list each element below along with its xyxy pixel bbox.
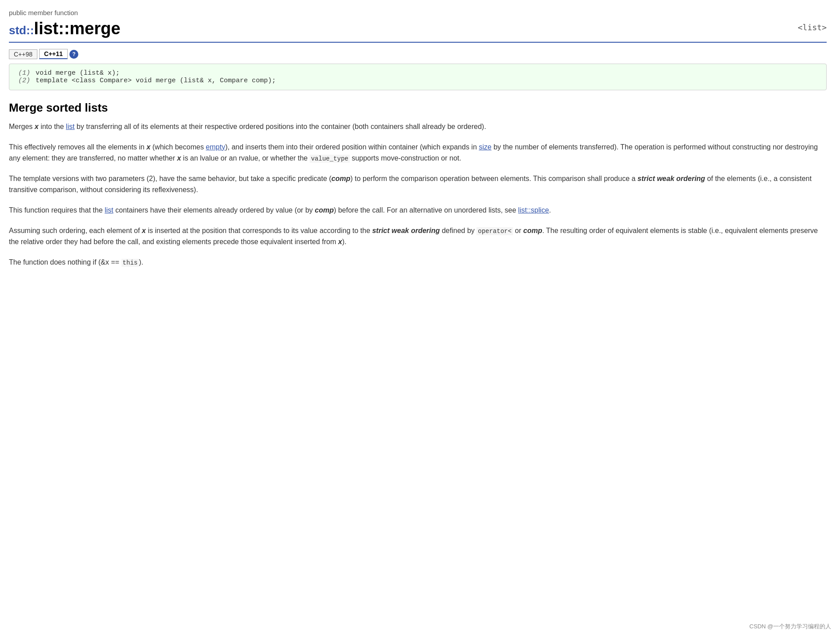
line-num-1: (1)	[18, 69, 30, 77]
p6-end: ).	[139, 258, 143, 266]
p5-start: Assuming such ordering, each element of	[9, 227, 142, 234]
p1-start: Merges	[9, 123, 35, 130]
code-line-2: (2) template <class Compare> void merge …	[18, 77, 817, 84]
paragraph-6: The function does nothing if (&x == this…	[9, 257, 827, 268]
title-row: std::list::merge <list>	[9, 19, 827, 43]
p2-mid1: (which becomes	[150, 143, 206, 151]
p2-mid4: is an lvalue or an rvalue, or whether th…	[181, 154, 310, 162]
p1-end: by transferring all of its elements at t…	[75, 123, 486, 130]
p6-start: The function does nothing if (&x ==	[9, 258, 121, 266]
p5-mono: operator<	[477, 227, 513, 235]
paragraph-1: Merges x into the list by transferring a…	[9, 121, 827, 133]
p5-comp: comp	[523, 227, 542, 234]
p2-start: This effectively removes all the element…	[9, 143, 146, 151]
line-num-2: (2)	[18, 77, 30, 84]
p4-list-link[interactable]: list	[105, 206, 113, 214]
p1-mid: into the	[39, 123, 66, 130]
tabs-row: C++98 C++11 ?	[9, 49, 827, 59]
code-block: (1) void merge (list& x); (2) template <…	[9, 64, 827, 90]
p5-end2: ).	[342, 238, 347, 245]
p1-list-link[interactable]: list	[66, 123, 75, 130]
p2-x2: x	[177, 154, 181, 162]
p5-swo: strict weak ordering	[372, 227, 440, 234]
std-prefix: std::	[9, 24, 34, 37]
p5-x2: x	[338, 238, 342, 245]
p5-mid2: defined by	[440, 227, 477, 234]
p2-mid2: ), and inserts them into their ordered p…	[225, 143, 479, 151]
p6-mono: this	[121, 259, 139, 267]
p4-mid: containers have their elements already o…	[113, 206, 315, 214]
tab-cpp11[interactable]: C++11	[39, 49, 68, 59]
p3-swo: strict weak ordering	[638, 175, 705, 182]
p4-comp: comp	[315, 206, 334, 214]
p3-mid: ) to perform the comparison operation be…	[350, 175, 637, 182]
list-tag: <list>	[798, 19, 827, 32]
tab-cpp98[interactable]: C++98	[9, 49, 37, 59]
p2-empty-link[interactable]: empty	[206, 143, 226, 151]
paragraph-4: This function requires that the list con…	[9, 205, 827, 216]
p1-x: x	[35, 123, 39, 130]
p4-start: This function requires that the	[9, 206, 105, 214]
p2-end: supports move-construction or not.	[350, 154, 461, 162]
p3-start: The template versions with two parameter…	[9, 175, 331, 182]
title-text: list::merge	[34, 19, 120, 38]
p2-mono: value_type	[310, 155, 350, 163]
p4-mid2: ) before the call. For an alternative on…	[334, 206, 518, 214]
p2-x: x	[146, 143, 150, 151]
p3-comp: comp	[331, 175, 351, 182]
code-text-1: void merge (list& x);	[36, 69, 120, 77]
page-title: std::list::merge	[9, 19, 121, 38]
p5-mid: is inserted at the position that corresp…	[146, 227, 372, 234]
p5-x: x	[142, 227, 146, 234]
paragraph-5: Assuming such ordering, each element of …	[9, 225, 827, 248]
code-text-2: template <class Compare> void merge (lis…	[36, 77, 276, 84]
p5-mid3: or	[513, 227, 523, 234]
paragraph-2: This effectively removes all the element…	[9, 141, 827, 164]
section-title: Merge sorted lists	[9, 101, 827, 115]
help-icon[interactable]: ?	[69, 50, 78, 59]
paragraph-3: The template versions with two parameter…	[9, 173, 827, 196]
public-member-label: public member function	[9, 9, 827, 16]
p4-end: .	[549, 206, 551, 214]
p2-size-link[interactable]: size	[479, 143, 491, 151]
code-line-1: (1) void merge (list& x);	[18, 69, 817, 77]
p4-splice-link[interactable]: list::splice	[518, 206, 549, 214]
